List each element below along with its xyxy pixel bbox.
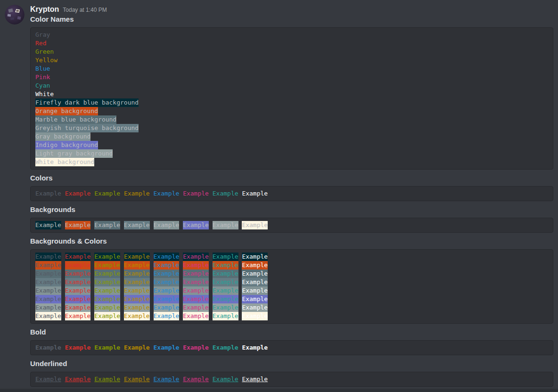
example-blue-on-white: Example [154, 312, 180, 320]
section-title-backgrounds-colors: Backgrounds & Colors [30, 237, 553, 245]
example-pink-on-white: Example [183, 312, 209, 320]
example-cyan-on-marble-blue: Example [213, 270, 238, 278]
color-name-blue: Blue [35, 65, 50, 73]
example-fg-white: Example [242, 189, 268, 198]
example-green-on-light-gray: Example [94, 303, 120, 312]
example-white-on-indigo: Example [242, 295, 268, 303]
example-fg-yellow: Example [124, 189, 150, 198]
color-name-yellow: Yellow [35, 56, 57, 65]
example-white-on-light-gray: Example [242, 303, 268, 312]
example-green-on-gray: Example [94, 286, 120, 295]
example-bold-white: Example [242, 343, 268, 352]
ansi-line: Example Example Example Example Example … [35, 286, 548, 295]
ansi-line: Example Example Example Example Example … [35, 253, 548, 261]
ansi-line: Blue [35, 65, 548, 73]
example-underlined-yellow: Example [124, 375, 150, 384]
avatar-image [5, 5, 25, 24]
message-header: Krypton Today at 1:40 PM [30, 0, 553, 14]
example-blue-on-orange: Example [154, 261, 180, 270]
example-pink-on-light-gray: Example [183, 303, 209, 312]
ansi-line: White [35, 90, 548, 98]
ansi-line: Firefly dark blue background [35, 98, 548, 107]
example-fg-gray: Example [35, 189, 61, 198]
ansi-line: Example Example Example Example Example … [35, 189, 548, 198]
example-pink-on-greyish-turquoise: Example [183, 278, 209, 286]
color-name-red: Red [35, 39, 46, 48]
example-bold-pink: Example [183, 343, 209, 352]
section-title-bold: Bold [30, 328, 553, 336]
example-yellow-on-gray: Example [124, 286, 150, 295]
color-name-cyan: Cyan [35, 82, 50, 90]
chat-message: Krypton Today at 1:40 PM Color Names Gra… [30, 0, 553, 387]
example-yellow-on-indigo: Example [124, 295, 150, 303]
example-fg-red: Example [65, 189, 91, 198]
code-block-backgrounds: Example Example Example Example Example … [30, 218, 553, 233]
example-bold-gray: Example [35, 343, 61, 352]
ansi-line: Greyish turquoise background [35, 124, 548, 132]
username[interactable]: Krypton [30, 5, 59, 14]
code-block-backgrounds-colors: Example Example Example Example Example … [30, 249, 553, 324]
ansi-line: Red [35, 39, 548, 48]
ansi-line: Example Example Example Example Example … [35, 261, 548, 270]
example-blue-on-firefly-dark-blue: Example [154, 253, 180, 261]
example-underlined-gray: Example [35, 375, 61, 384]
color-name-green: Green [35, 48, 54, 56]
example-red-on-light-gray: Example [65, 303, 91, 312]
example-gray-on-indigo: Example [35, 295, 61, 303]
ansi-line: Example Example Example Example Example … [35, 278, 548, 286]
example-underlined-green: Example [94, 375, 120, 384]
example-white-on-marble-blue: Example [242, 270, 268, 278]
background-name-firefly-dark-blue: Firefly dark blue background [35, 98, 139, 107]
color-name-pink: Pink [35, 73, 50, 82]
example-pink-on-gray: Example [183, 286, 209, 295]
example-green-on-marble-blue: Example [94, 270, 120, 278]
example-red-on-firefly-dark-blue: Example [65, 253, 91, 261]
example-red-on-orange: Example [65, 261, 91, 270]
example-bg-marble-blue: Example [94, 221, 120, 229]
example-blue-on-gray: Example [154, 286, 180, 295]
example-bg-greyish-turquoise: Example [124, 221, 150, 229]
example-underlined-cyan: Example [213, 375, 238, 384]
example-gray-on-greyish-turquoise: Example [35, 278, 61, 286]
code-block-colors: Example Example Example Example Example … [30, 186, 553, 201]
example-yellow-on-light-gray: Example [124, 303, 150, 312]
ansi-line: Example Example Example Example Example … [35, 295, 548, 303]
ansi-line: Example Example Example Example Example … [35, 270, 548, 278]
example-fg-blue: Example [154, 189, 180, 198]
example-cyan-on-white: Example [213, 312, 238, 320]
example-cyan-on-firefly-dark-blue: Example [213, 253, 238, 261]
background-name-indigo: Indigo background [35, 141, 98, 149]
example-bg-gray: Example [154, 221, 180, 229]
ansi-line: Yellow [35, 56, 548, 65]
example-blue-on-light-gray: Example [154, 303, 180, 312]
example-green-on-indigo: Example [94, 295, 120, 303]
example-red-on-marble-blue: Example [65, 270, 91, 278]
example-white-on-firefly-dark-blue: Example [242, 253, 268, 261]
example-red-on-white: Example [65, 312, 91, 320]
example-cyan-on-orange: Example [213, 261, 238, 270]
example-bold-blue: Example [154, 343, 180, 352]
example-cyan-on-light-gray: Example [213, 303, 238, 312]
example-green-on-white: Example [94, 312, 120, 320]
section-title-backgrounds: Backgrounds [30, 205, 553, 214]
background-name-greyish-turquoise: Greyish turquoise background [35, 124, 139, 132]
example-white-on-white: Example [242, 312, 268, 320]
background-name-gray: Gray background [35, 132, 90, 141]
user-avatar[interactable] [5, 5, 25, 24]
example-blue-on-marble-blue: Example [154, 270, 180, 278]
example-green-on-orange: Example [94, 261, 120, 270]
ansi-line: White background [35, 158, 548, 166]
example-bg-white: Example [242, 221, 268, 229]
example-fg-green: Example [94, 189, 120, 198]
example-cyan-on-greyish-turquoise: Example [213, 278, 238, 286]
example-yellow-on-orange: Example [124, 261, 150, 270]
ansi-line: Example Example Example Example Example … [35, 303, 548, 312]
example-cyan-on-indigo: Example [213, 295, 238, 303]
ansi-line: Example Example Example Example Example … [35, 375, 548, 384]
code-block-underlined: Example Example Example Example Example … [30, 372, 553, 387]
example-cyan-on-gray: Example [213, 286, 238, 295]
example-gray-on-gray: Example [35, 286, 61, 295]
code-block-color-names: GrayRedGreenYellowBluePinkCyanWhiteFiref… [30, 27, 553, 170]
example-blue-on-indigo: Example [154, 295, 180, 303]
ansi-line: Indigo background [35, 141, 548, 149]
